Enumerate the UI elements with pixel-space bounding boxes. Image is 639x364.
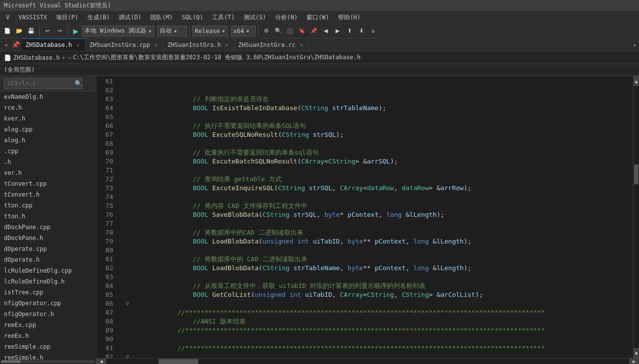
sidebar-item-24[interactable]: reeSimple.h xyxy=(0,352,96,360)
menu-build[interactable]: 生成(B) xyxy=(84,12,114,23)
toolbar-btn-7[interactable]: ⬛ xyxy=(285,26,296,37)
menu-project[interactable]: 项目(P) xyxy=(52,12,83,23)
tab-close-0[interactable]: ✕ xyxy=(75,42,81,48)
menu-debug[interactable]: 调试(D) xyxy=(115,12,145,23)
toolbar-btn-11[interactable]: ▶ xyxy=(332,26,343,37)
tab-label-0: ZHSDatabase.h xyxy=(26,41,72,48)
code-row-68: // 批量执行不需要返回结果的单条sql语句 xyxy=(124,139,633,148)
sidebar-item-8[interactable]: tConvert.cpp xyxy=(0,178,96,189)
vscroll-down[interactable]: ▼ xyxy=(634,348,639,358)
path-file[interactable]: ZHSDatabase.h xyxy=(13,54,60,61)
hscroll-thumb[interactable] xyxy=(159,359,198,364)
toolbar-btn-6[interactable]: 🔍 xyxy=(273,26,284,37)
sidebar-item-2[interactable]: kver.h xyxy=(0,113,96,124)
sidebar-item-13[interactable]: dDockPane.h xyxy=(0,233,96,243)
tab-zhuaninstgra-rc[interactable]: ZHSuanInstGra.rc ✕ xyxy=(234,39,309,51)
tab-close-1[interactable]: ✕ xyxy=(153,41,159,48)
sidebar-item-3[interactable]: alog.cpp xyxy=(0,124,96,135)
sidebar-item-19[interactable]: nfigOperator.cpp xyxy=(0,298,96,309)
code-row-71: // 查询结果 gettable 方式 xyxy=(124,166,633,175)
editor-vscrollbar[interactable]: ▲ ▼ xyxy=(633,76,639,358)
menu-team[interactable]: 团队(M) xyxy=(146,12,177,23)
tab-scroll-left[interactable]: ◂ xyxy=(2,39,10,51)
title-bar: Microsoft Visual Studio(管理员) xyxy=(0,0,639,11)
tab-pin-btn[interactable]: 📌 xyxy=(10,39,22,51)
sep3 xyxy=(189,26,190,36)
hscroll-track xyxy=(106,359,629,364)
sidebar-item-1[interactable]: rce.h xyxy=(0,102,96,113)
editor-hscrollbar[interactable]: ◀ ▶ xyxy=(96,358,639,364)
hscroll-right[interactable]: ▶ xyxy=(629,359,639,364)
sidebar-item-4[interactable]: alog.h xyxy=(0,135,96,146)
sidebar-item-18[interactable]: istTree.cpp xyxy=(0,287,96,298)
toolbar-btn-9[interactable]: 📌 xyxy=(308,26,319,37)
tab-zhuaninstgra-cpp[interactable]: ZHSuanInstGra.cpp ✕ xyxy=(85,39,164,51)
sidebar-item-14[interactable]: dOperate.cpp xyxy=(0,243,96,254)
code-editor: 61 62 63 64 65 66 67 68 69 70 71 72 73 7… xyxy=(96,76,639,364)
sidebar-item-9[interactable]: tConvert.h xyxy=(0,189,96,200)
arch-dropdown[interactable]: x64 ▾ xyxy=(231,26,256,37)
toolbar-btn-13[interactable]: ⬇ xyxy=(356,26,367,37)
redo-btn[interactable]: ↪ xyxy=(54,26,65,37)
sidebar-item-20[interactable]: nfigOperator.h xyxy=(0,309,96,320)
build-config-dropdown[interactable]: Release ▾ xyxy=(192,26,228,37)
code-text-92: //**************************************… xyxy=(131,353,633,358)
gutter-86[interactable]: ▽ xyxy=(124,299,131,308)
toolbar-btn-12[interactable]: ⬆ xyxy=(344,26,355,37)
menu-window[interactable]: 窗口(W) xyxy=(302,12,333,23)
platform-dropdown[interactable]: 本地 Windows 调试器 ▾ xyxy=(82,26,154,37)
toolbar-btn-10[interactable]: ◀ xyxy=(320,26,331,37)
menu-sql[interactable]: SQL(Q) xyxy=(178,13,207,22)
tab-label-2: ZHSuanInstGra.h xyxy=(168,41,221,48)
code-content[interactable]: // 判断指定的表是否存在 BOOL IsExistTableInDatabas… xyxy=(120,76,633,358)
sidebar-item-6[interactable]: .h xyxy=(0,157,96,167)
menu-vassistx[interactable]: VASSISTX xyxy=(14,13,51,22)
menu-tools[interactable]: 工具(T) xyxy=(208,12,239,23)
sidebar-item-23[interactable]: reeSimple.cpp xyxy=(0,341,96,352)
gutter-92[interactable]: ▽ xyxy=(124,353,131,358)
ln-92: 92 xyxy=(98,353,116,358)
toolbar-btn-14[interactable]: ≡ xyxy=(368,26,379,37)
menu-v[interactable]: V xyxy=(2,13,13,22)
tab-close-2[interactable]: ✕ xyxy=(224,41,230,48)
sidebar-item-21[interactable]: reeEx.cpp xyxy=(0,320,96,330)
code-row-66: BOOL ExcuteSQLNoResult(CString strSQL); xyxy=(124,121,633,130)
toolbar-btn-5[interactable]: ⚙ xyxy=(261,26,272,37)
tab-close-3[interactable]: ✕ xyxy=(298,41,304,48)
menu-help[interactable]: 帮助(H) xyxy=(334,12,365,23)
tab-zhsdatabase[interactable]: ZHSDatabase.h ✕ xyxy=(22,39,85,51)
ln-68: 68 xyxy=(98,139,116,148)
title-text: Microsoft Visual Studio(管理员) xyxy=(4,1,111,10)
sidebar-search-input[interactable] xyxy=(4,78,83,89)
toolbar-btn-8[interactable]: 🔖 xyxy=(297,26,307,37)
sidebar-item-15[interactable]: dOperate.h xyxy=(0,254,96,265)
vscroll-thumb[interactable] xyxy=(634,164,639,184)
sidebar-item-22[interactable]: reeEx.h xyxy=(0,330,96,341)
vscroll-up[interactable]: ▲ xyxy=(634,76,639,86)
sidebar-item-0[interactable]: evNameDlg.h xyxy=(0,91,96,102)
run-btn[interactable]: ▶ xyxy=(70,26,81,37)
tab-zhuaninstgra-h[interactable]: ZHSuanInstGra.h ✕ xyxy=(164,39,234,51)
sidebar-item-10[interactable]: tton.cpp xyxy=(0,200,96,211)
sidebar-item-7[interactable]: ver.h xyxy=(0,167,96,178)
sidebar-item-5[interactable]: .cpp xyxy=(0,146,96,157)
code-row-81: BOOL LoadBlobData(CString strTableName, … xyxy=(124,255,633,264)
undo-btn[interactable]: ↩ xyxy=(42,26,53,37)
open-btn[interactable]: 📂 xyxy=(14,26,25,37)
sidebar-item-16[interactable]: lcRuleDefineDlg.cpp xyxy=(0,265,96,276)
new-project-btn[interactable]: 📄 xyxy=(2,26,13,37)
code-area[interactable]: 61 62 63 64 65 66 67 68 69 70 71 72 73 7… xyxy=(96,76,639,358)
sidebar-scrollbar[interactable] xyxy=(1,360,95,363)
save-btn[interactable]: 💾 xyxy=(26,26,37,37)
sidebar-item-17[interactable]: lcRuleDefineDlg.h xyxy=(0,276,96,287)
sidebar-item-11[interactable]: tton.h xyxy=(0,211,96,222)
tab-scroll-right[interactable]: ▸ xyxy=(631,39,639,51)
menu-test[interactable]: 测试(S) xyxy=(240,12,270,23)
sidebar-scroll-thumb[interactable] xyxy=(1,360,21,363)
sidebar-item-12[interactable]: dDockPane.cpp xyxy=(0,222,96,233)
config-dropdown[interactable]: 自动 ▾ xyxy=(157,26,187,37)
hscroll-left[interactable]: ◀ xyxy=(96,359,106,364)
menu-analyze[interactable]: 分析(N) xyxy=(271,12,302,23)
ln-65: 65 xyxy=(98,113,116,121)
ln-72: 72 xyxy=(98,175,116,184)
